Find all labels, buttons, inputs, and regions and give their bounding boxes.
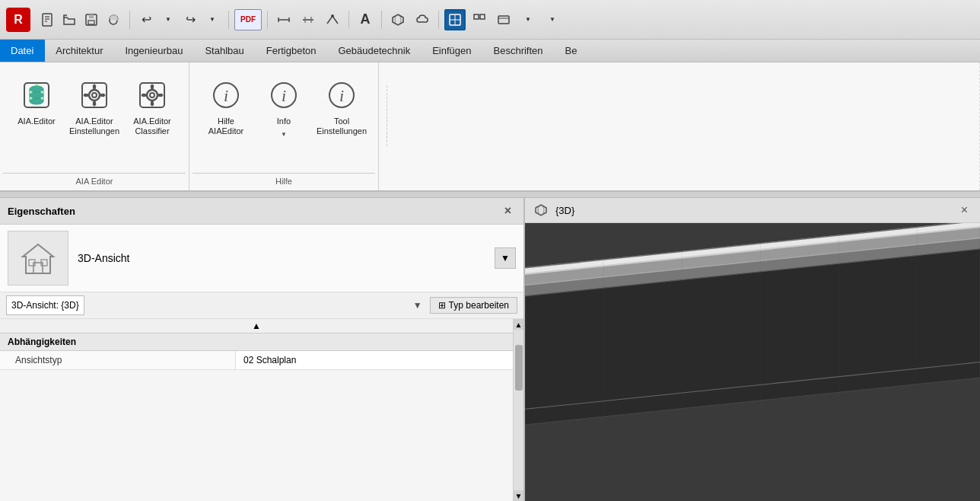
align-button[interactable] bbox=[298, 9, 319, 30]
selector-container: 3D-Ansicht: {3D} ▼ bbox=[6, 295, 425, 315]
undo-redo-group: ↩ ▼ ↪ ▼ bbox=[135, 9, 223, 30]
text-button[interactable]: A bbox=[355, 9, 376, 30]
hilfe-aiaeditor-icon: i bbox=[208, 77, 244, 113]
viewport-icon bbox=[533, 202, 549, 219]
svg-text:i: i bbox=[282, 86, 286, 105]
aia-editor-buttons: AIA.Editor bbox=[3, 69, 186, 171]
ribbon-empty bbox=[379, 62, 980, 190]
edit-type-label: Typ bearbeiten bbox=[449, 300, 509, 311]
arrange-dropdown-button[interactable]: ▼ bbox=[517, 9, 539, 30]
scroll-down-button[interactable]: ▼ bbox=[514, 490, 524, 501]
aia-editor-einstellungen-icon bbox=[76, 77, 113, 113]
menu-be[interactable]: Be bbox=[555, 40, 589, 62]
tool-einstellungen-button[interactable]: i ToolEinstellungen bbox=[314, 72, 369, 148]
svg-point-15 bbox=[395, 15, 401, 24]
redo-dropdown-button[interactable]: ▼ bbox=[202, 9, 223, 30]
scroll-track: ▲ ▼ bbox=[513, 319, 523, 501]
tile-button[interactable] bbox=[469, 9, 490, 30]
spacer-band bbox=[0, 192, 980, 198]
sep6 bbox=[438, 11, 439, 29]
quickaccess-toolbar bbox=[37, 9, 124, 30]
undo-dropdown-button[interactable]: ▼ bbox=[158, 9, 179, 30]
hilfe-aiaeditor-button[interactable]: i HilfeAIAEditor bbox=[199, 72, 253, 148]
scroll-thumb[interactable] bbox=[515, 345, 523, 391]
properties-panel: Eigenschaften × 3D-Ansicht ▼ bbox=[0, 198, 525, 501]
settings-dropdown-button[interactable]: ▼ bbox=[542, 9, 563, 30]
properties-header: 3D-Ansicht ▼ bbox=[0, 225, 523, 292]
menu-einfuegen[interactable]: Einfügen bbox=[422, 40, 482, 62]
info-icon: i bbox=[266, 77, 302, 113]
viewport-close-button[interactable]: × bbox=[956, 202, 972, 219]
svg-point-24 bbox=[30, 86, 43, 92]
sep1 bbox=[129, 11, 130, 29]
lower-area: Eigenschaften × 3D-Ansicht ▼ bbox=[0, 198, 980, 501]
titlebar: R ↩ ▼ ↪ ▼ PDF bbox=[0, 0, 980, 40]
info-label: Info bbox=[277, 116, 291, 126]
abhaengigkeiten-header: Abhängigkeiten bbox=[0, 333, 513, 351]
aia-editor-classifier-button[interactable]: AIA.EditorClassifier bbox=[125, 72, 180, 148]
menu-beschriften[interactable]: Beschriften bbox=[483, 40, 555, 62]
dimension-button[interactable] bbox=[322, 9, 343, 30]
panel-type-selector: 3D-Ansicht ▼ bbox=[78, 247, 516, 269]
scroll-up-arrow[interactable]: ▲ bbox=[0, 319, 513, 333]
prop-value-ansichtstyp[interactable] bbox=[236, 351, 513, 369]
svg-rect-6 bbox=[88, 21, 94, 24]
menu-gebaeudetechnik[interactable]: Gebäudetechnik bbox=[328, 40, 422, 62]
render-button[interactable] bbox=[103, 9, 124, 30]
svg-text:i: i bbox=[224, 86, 228, 105]
menu-ingenieurbau[interactable]: Ingenieurbau bbox=[115, 40, 195, 62]
print-pdf-button[interactable]: PDF bbox=[234, 9, 262, 30]
measure-button[interactable] bbox=[273, 9, 294, 30]
svg-point-60 bbox=[538, 206, 544, 215]
aia-editor-einstellungen-label: AIA.EditorEinstellungen bbox=[69, 116, 119, 136]
svg-point-39 bbox=[147, 90, 158, 101]
svg-marker-59 bbox=[536, 205, 546, 215]
properties-close-button[interactable]: × bbox=[500, 203, 516, 219]
info-button[interactable]: i Info ▼ bbox=[256, 72, 311, 148]
sep2 bbox=[228, 11, 229, 29]
active-view-button[interactable] bbox=[444, 9, 466, 30]
menu-architektur[interactable]: Architektur bbox=[45, 40, 114, 62]
cloud-button[interactable] bbox=[412, 9, 433, 30]
panel-type-dropdown-button[interactable]: ▼ bbox=[495, 247, 516, 269]
hilfe-aiaeditor-label: HilfeAIAEditor bbox=[208, 116, 243, 136]
edit-type-button[interactable]: ⊞ Typ bearbeiten bbox=[430, 297, 517, 314]
window-dropdown-button[interactable] bbox=[493, 9, 514, 30]
aia-editor-classifier-label: AIA.EditorClassifier bbox=[133, 116, 171, 136]
redo-button[interactable]: ↪ bbox=[180, 9, 201, 30]
open-button[interactable] bbox=[59, 9, 80, 30]
hilfe-buttons: i HilfeAIAEditor i Info ▼ bbox=[192, 69, 375, 171]
svg-point-29 bbox=[92, 93, 97, 97]
3d-view-button[interactable] bbox=[387, 9, 409, 30]
tool-einstellungen-icon: i bbox=[323, 77, 360, 113]
menu-stahlbau[interactable]: Stahlbau bbox=[194, 40, 255, 62]
ribbon-section-hilfe: i HilfeAIAEditor i Info ▼ bbox=[189, 62, 379, 190]
aia-editor-button[interactable]: AIA.Editor bbox=[9, 72, 64, 148]
save-button[interactable] bbox=[81, 9, 102, 30]
aia-editor-einstellungen-button[interactable]: AIA.EditorEinstellungen bbox=[67, 72, 122, 148]
viewport-panel: {3D} × bbox=[525, 198, 980, 501]
scroll-up-button[interactable]: ▲ bbox=[514, 319, 524, 330]
aia-editor-label: AIA.Editor bbox=[18, 116, 56, 126]
new-doc-button[interactable] bbox=[37, 9, 58, 30]
undo-button[interactable]: ↩ bbox=[135, 9, 157, 30]
viewport-titlebar: {3D} × bbox=[525, 198, 980, 223]
svg-text:i: i bbox=[339, 86, 344, 105]
ribbon-section-aia-editor: AIA.Editor bbox=[0, 62, 189, 190]
properties-type-icon bbox=[8, 231, 68, 286]
ribbon: AIA.Editor bbox=[0, 62, 980, 192]
svg-point-14 bbox=[331, 14, 334, 18]
svg-marker-55 bbox=[23, 244, 53, 273]
info-dropdown-arrow: ▼ bbox=[281, 131, 287, 138]
svg-point-40 bbox=[150, 93, 154, 97]
menu-fertigbeton[interactable]: Fertigbeton bbox=[256, 40, 328, 62]
viewport-title: {3D} bbox=[555, 205, 950, 216]
svg-rect-19 bbox=[474, 14, 479, 19]
view-selector-dropdown[interactable]: 3D-Ansicht: {3D} bbox=[6, 295, 84, 315]
panel-selector-row: 3D-Ansicht: {3D} ▼ ⊞ Typ bearbeiten bbox=[0, 292, 523, 319]
properties-titlebar: Eigenschaften × bbox=[0, 198, 523, 225]
sep3 bbox=[267, 11, 268, 29]
svg-rect-5 bbox=[89, 14, 94, 18]
menu-datei[interactable]: Datei bbox=[0, 40, 45, 62]
properties-table: ▲ Abhängigkeiten Ansichtstyp bbox=[0, 319, 513, 501]
